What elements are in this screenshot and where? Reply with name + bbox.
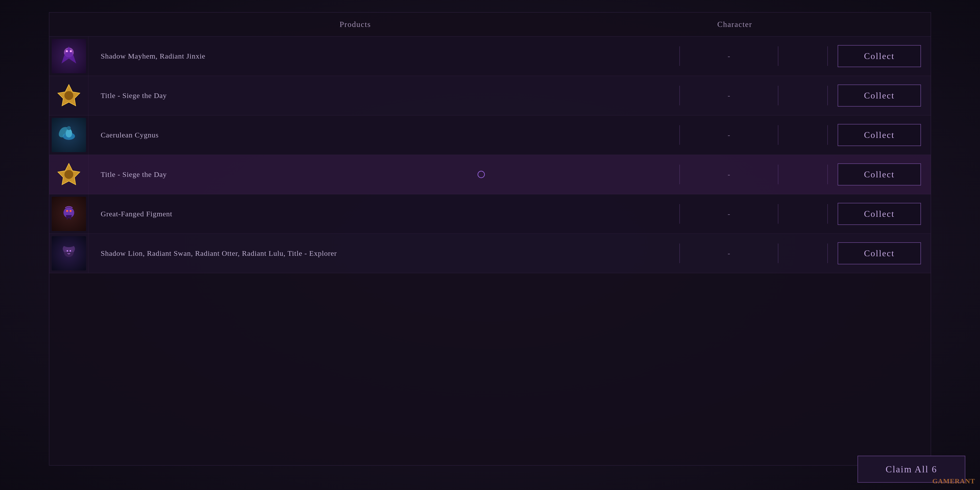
svg-marker-1 [62, 46, 76, 64]
reward-icon [49, 115, 88, 154]
divider3 [827, 86, 828, 105]
svg-point-2 [66, 50, 68, 52]
svg-point-7 [67, 126, 71, 130]
reward-character: - [680, 91, 778, 100]
reward-character: - [680, 52, 778, 60]
svg-point-12 [70, 210, 72, 212]
table-row: Great-Fanged Figment - Collect [49, 194, 931, 234]
reward-list: Shadow Mayhem, Radiant Jinxie - Collect … [49, 37, 931, 273]
table-row: Shadow Mayhem, Radiant Jinxie - Collect [49, 37, 931, 76]
svg-point-9 [64, 170, 73, 179]
reward-icon [49, 76, 88, 115]
svg-point-14 [67, 250, 68, 251]
header-character: Character [661, 20, 808, 29]
divider3 [827, 125, 828, 145]
reward-name: Caerulean Cygnus [88, 131, 679, 139]
svg-point-3 [70, 50, 72, 52]
table-row: Caerulean Cygnus - Collect [49, 115, 931, 155]
divider3 [827, 46, 828, 66]
collect-button-title-siege-1[interactable]: Collect [838, 84, 921, 107]
reward-name: Shadow Lion, Radiant Swan, Radiant Otter… [88, 249, 679, 258]
divider2 [778, 86, 778, 105]
table-row: Shadow Lion, Radiant Swan, Radiant Otter… [49, 234, 931, 273]
svg-point-11 [66, 210, 68, 212]
reward-icon [49, 155, 88, 194]
svg-point-15 [70, 250, 71, 251]
divider2 [778, 204, 778, 224]
reward-name: Shadow Mayhem, Radiant Jinxie [88, 52, 679, 60]
table-header: Products Character [49, 13, 931, 37]
collect-button-shadow-mayhem[interactable]: Collect [838, 45, 921, 67]
reward-character: - [680, 249, 778, 258]
divider2 [778, 243, 778, 263]
watermark: GAMERANT [932, 477, 975, 485]
divider2 [778, 46, 778, 66]
collect-button-caerulean-cygnus[interactable]: Collect [838, 124, 921, 146]
table-row: Title - Siege the Day - Collect [49, 155, 931, 194]
divider3 [827, 204, 828, 224]
table-row: Title - Siege the Day - Collect [49, 76, 931, 115]
reward-icon [49, 194, 88, 234]
reward-character: - [680, 131, 778, 139]
main-panel: Products Character Shadow Mayhem, Radian… [49, 12, 931, 466]
divider3 [827, 243, 828, 263]
collect-button-title-siege-2[interactable]: Collect [838, 164, 921, 186]
collect-button-shadow-lion[interactable]: Collect [838, 242, 921, 264]
reward-icon [49, 234, 88, 273]
header-products: Products [49, 20, 661, 29]
collect-button-great-fanged-figment[interactable]: Collect [838, 203, 921, 225]
reward-character: - [680, 170, 778, 178]
divider3 [827, 165, 828, 184]
reward-name: Title - Siege the Day [88, 170, 679, 178]
reward-name: Great-Fanged Figment [88, 210, 679, 218]
reward-character: - [680, 210, 778, 218]
reward-icon [49, 37, 88, 76]
svg-point-5 [64, 91, 73, 100]
divider2 [778, 165, 778, 184]
divider2 [778, 125, 778, 145]
reward-name: Title - Siege the Day [88, 91, 679, 100]
